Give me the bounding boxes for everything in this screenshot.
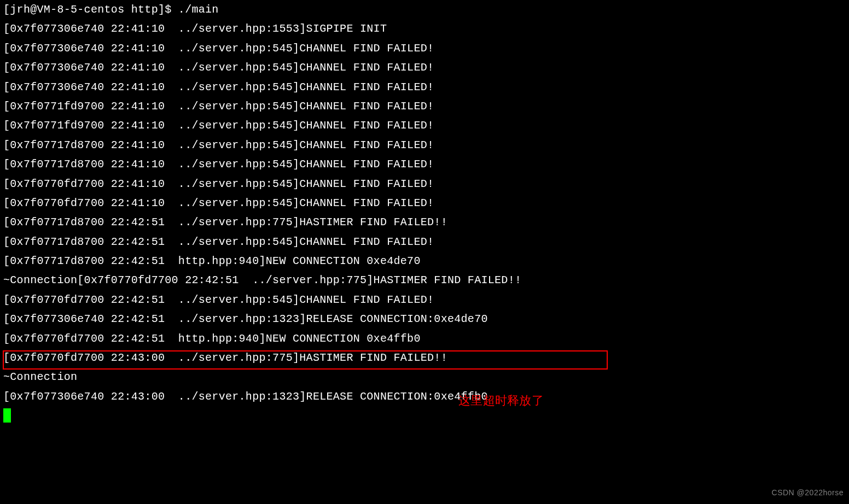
terminal-line-highlighted: [0x7f0770fd7700 22:42:51 http.hpp:940]NE…: [3, 329, 846, 348]
terminal-line: [0x7f07717d8700 22:42:51 http.hpp:940]NE…: [3, 251, 846, 271]
terminal-prompt: [jrh@VM-8-5-centos http]$ ./main: [3, 0, 846, 19]
terminal-cursor-line[interactable]: [3, 406, 846, 429]
terminal-line: [0x7f077306e740 22:43:00 ../server.hpp:1…: [3, 387, 846, 406]
cursor-icon: [3, 408, 11, 423]
terminal-line: [0x7f07717d8700 22:41:10 ../server.hpp:5…: [3, 155, 846, 174]
terminal-line: [0x7f077306e740 22:41:10 ../server.hpp:5…: [3, 58, 846, 77]
terminal-line: [0x7f0771fd9700 22:41:10 ../server.hpp:5…: [3, 116, 846, 135]
terminal-line: [0x7f0770fd7700 22:43:00 ../server.hpp:7…: [3, 348, 846, 367]
terminal-line: ~Connection[0x7f0770fd7700 22:42:51 ../s…: [3, 271, 846, 290]
terminal-line: [0x7f07717d8700 22:42:51 ../server.hpp:5…: [3, 232, 846, 251]
terminal-line: [0x7f0770fd7700 22:42:51 ../server.hpp:5…: [3, 290, 846, 309]
terminal-line: ~Connection: [3, 367, 846, 386]
terminal-line: [0x7f077306e740 22:42:51 ../server.hpp:1…: [3, 309, 846, 329]
terminal-line: [0x7f07717d8700 22:42:51 ../server.hpp:7…: [3, 213, 846, 232]
terminal-line: [0x7f0770fd7700 22:41:10 ../server.hpp:5…: [3, 194, 846, 213]
terminal-line: [0x7f077306e740 22:41:10 ../server.hpp:5…: [3, 78, 846, 97]
terminal-line: [0x7f077306e740 22:41:10 ../server.hpp:5…: [3, 39, 846, 58]
annotation-text: 这里超时释放了: [458, 395, 544, 407]
terminal-line: [0x7f077306e740 22:41:10 ../server.hpp:1…: [3, 19, 846, 38]
watermark: CSDN @2022horse: [772, 486, 844, 500]
terminal-line: [0x7f0770fd7700 22:41:10 ../server.hpp:5…: [3, 174, 846, 194]
terminal-line: [0x7f0771fd9700 22:41:10 ../server.hpp:5…: [3, 97, 846, 116]
terminal-line: [0x7f07717d8700 22:41:10 ../server.hpp:5…: [3, 136, 846, 155]
